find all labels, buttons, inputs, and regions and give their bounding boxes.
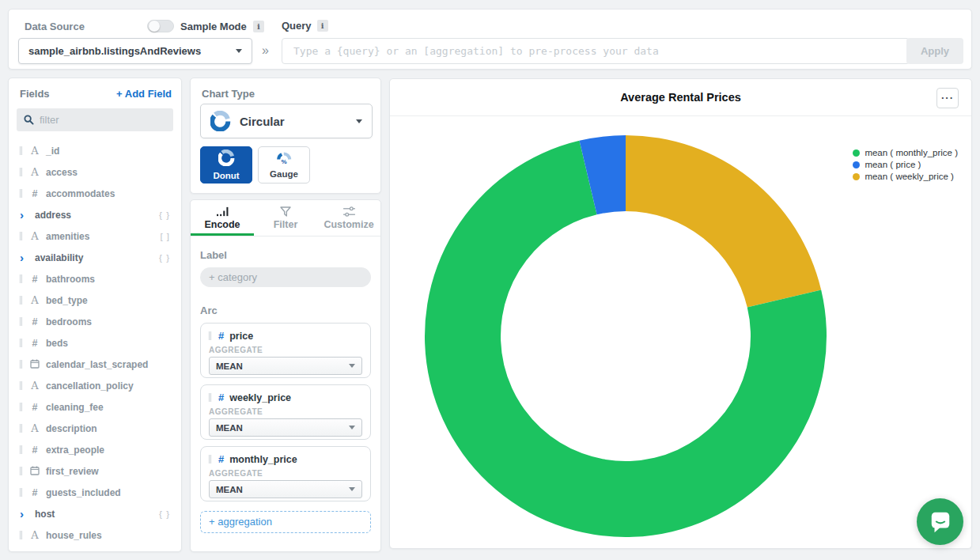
field-row-host[interactable]: ›host{ } bbox=[9, 503, 181, 524]
tab-filter-label: Filter bbox=[274, 219, 298, 230]
field-row-cleaning_fee[interactable]: #cleaning_fee bbox=[9, 396, 181, 418]
string-type-icon: A bbox=[29, 294, 40, 306]
chart-subtype-donut-button[interactable]: Donut bbox=[200, 146, 252, 184]
number-type-icon: # bbox=[218, 330, 224, 342]
aggregate-label: AGGREGATE bbox=[209, 346, 362, 354]
aggregate-value: MEAN bbox=[216, 423, 243, 433]
field-row-first_review[interactable]: first_review bbox=[9, 460, 181, 482]
channel-header: #price bbox=[209, 330, 362, 342]
apply-button[interactable]: Apply bbox=[906, 38, 963, 64]
tab-encode[interactable]: Encode bbox=[191, 200, 254, 236]
number-type-icon: # bbox=[29, 445, 40, 456]
chart-title: Average Rental Prices bbox=[390, 91, 971, 104]
pipe-separator: » bbox=[262, 44, 269, 58]
donut-chart-icon bbox=[218, 149, 235, 169]
chevron-right-icon[interactable]: › bbox=[20, 508, 29, 520]
drag-handle-icon[interactable] bbox=[20, 296, 24, 305]
field-filter-input[interactable] bbox=[40, 114, 158, 126]
field-row-accommodates[interactable]: #accommodates bbox=[9, 183, 181, 204]
string-type-icon: A bbox=[29, 230, 40, 242]
field-name: bathrooms bbox=[46, 274, 95, 285]
field-name: cancellation_policy bbox=[46, 380, 134, 392]
donut-slice-meanweekly_price[interactable] bbox=[626, 135, 821, 308]
query-bar: Data Source Sample Mode i Query i sample… bbox=[8, 9, 972, 70]
field-name: _id bbox=[46, 146, 59, 157]
number-type-icon: # bbox=[29, 188, 40, 199]
field-row-beds[interactable]: #beds bbox=[9, 332, 181, 354]
aggregate-label: AGGREGATE bbox=[209, 469, 362, 478]
chart-menu-button[interactable]: ··· bbox=[936, 88, 959, 108]
drag-handle-icon[interactable] bbox=[20, 403, 24, 411]
drag-handle-icon[interactable] bbox=[20, 189, 24, 198]
drag-handle-icon[interactable] bbox=[20, 445, 24, 454]
drag-handle-icon[interactable] bbox=[20, 274, 24, 283]
legend-dot bbox=[853, 173, 860, 180]
svg-text:%: % bbox=[281, 158, 286, 165]
drag-handle-icon[interactable] bbox=[20, 232, 24, 240]
donut-chart bbox=[424, 134, 827, 538]
aggregate-select[interactable]: MEAN bbox=[209, 418, 362, 437]
sample-mode-toggle[interactable] bbox=[147, 20, 174, 32]
drag-handle-icon[interactable] bbox=[209, 455, 213, 464]
drag-handle-icon[interactable] bbox=[20, 146, 24, 155]
field-row-calendar_last_scraped[interactable]: calendar_last_scraped bbox=[9, 354, 181, 375]
sample-mode-info-icon[interactable]: i bbox=[253, 21, 264, 32]
object-badge: { } bbox=[159, 210, 170, 220]
object-badge: { } bbox=[159, 509, 170, 519]
chevron-right-icon[interactable]: › bbox=[20, 252, 29, 263]
chevron-right-icon[interactable]: › bbox=[20, 209, 29, 221]
field-row-availability[interactable]: ›availability{ } bbox=[9, 247, 181, 268]
data-source-select[interactable]: sample_airbnb.listingsAndReviews bbox=[18, 38, 252, 64]
field-row-access[interactable]: Aaccess bbox=[9, 161, 181, 183]
drag-handle-icon[interactable] bbox=[20, 531, 24, 539]
drag-handle-icon[interactable] bbox=[20, 381, 24, 390]
chart-subtype-gauge-button[interactable]: %Gauge bbox=[258, 146, 310, 184]
field-name: access bbox=[46, 167, 78, 178]
field-list: A_idAaccess#accommodates›address{ }Aamen… bbox=[9, 140, 181, 546]
field-row-address[interactable]: ›address{ } bbox=[9, 204, 181, 225]
label-channel-dropzone[interactable]: + category bbox=[200, 267, 371, 287]
caret-down-icon bbox=[236, 49, 242, 53]
field-name: extra_people bbox=[46, 445, 104, 456]
chart-builder-app: Data Source Sample Mode i Query i sample… bbox=[0, 0, 980, 560]
field-row-guests_included[interactable]: #guests_included bbox=[9, 482, 181, 503]
aggregate-select[interactable]: MEAN bbox=[209, 357, 362, 375]
drag-handle-icon[interactable] bbox=[20, 168, 24, 176]
field-row-bed_type[interactable]: Abed_type bbox=[9, 289, 181, 311]
field-row-cancellation_policy[interactable]: Acancellation_policy bbox=[9, 375, 181, 396]
drag-handle-icon[interactable] bbox=[20, 339, 24, 347]
aggregate-label: AGGREGATE bbox=[209, 407, 362, 416]
bars-icon bbox=[217, 206, 229, 217]
add-aggregation-button[interactable]: + aggregation bbox=[200, 511, 371, 533]
chart-type-select[interactable]: Circular bbox=[200, 104, 373, 138]
tab-customize[interactable]: Customize bbox=[317, 200, 380, 236]
drag-handle-icon[interactable] bbox=[209, 331, 213, 340]
intercom-chat-button[interactable] bbox=[917, 498, 963, 545]
field-row-bathrooms[interactable]: #bathrooms bbox=[9, 268, 181, 289]
aggregate-select[interactable]: MEAN bbox=[209, 480, 362, 498]
tab-filter[interactable]: Filter bbox=[254, 200, 317, 236]
add-field-button[interactable]: + Add Field bbox=[116, 88, 172, 100]
drag-handle-icon[interactable] bbox=[20, 360, 24, 369]
field-row-extra_people[interactable]: #extra_people bbox=[9, 439, 181, 460]
chart-legend: mean ( monthly_price )mean ( price )mean… bbox=[853, 148, 958, 184]
drag-handle-icon[interactable] bbox=[20, 317, 24, 326]
drag-handle-icon[interactable] bbox=[20, 424, 24, 433]
query-info-icon[interactable]: i bbox=[317, 20, 328, 32]
field-row-description[interactable]: Adescription bbox=[9, 418, 181, 439]
channel-field-name: weekly_price bbox=[229, 392, 291, 403]
drag-handle-icon[interactable] bbox=[209, 393, 213, 402]
encode-channel-monthly_price: #monthly_priceAGGREGATEMEAN bbox=[200, 446, 371, 501]
field-row-_id[interactable]: A_id bbox=[9, 140, 181, 161]
field-name: bedrooms bbox=[46, 316, 92, 327]
field-row-house_rules[interactable]: Ahouse_rules bbox=[9, 524, 181, 546]
field-row-amenities[interactable]: Aamenities[ ] bbox=[9, 225, 181, 247]
query-input[interactable] bbox=[282, 38, 910, 64]
aggregate-value: MEAN bbox=[216, 361, 243, 371]
channel-field-name: monthly_price bbox=[229, 454, 297, 465]
encode-tabs: Encode Filter Customize bbox=[191, 200, 380, 236]
field-row-bedrooms[interactable]: #bedrooms bbox=[9, 311, 181, 332]
drag-handle-icon[interactable] bbox=[20, 467, 24, 475]
drag-handle-icon[interactable] bbox=[20, 488, 24, 497]
funnel-icon bbox=[280, 206, 291, 217]
